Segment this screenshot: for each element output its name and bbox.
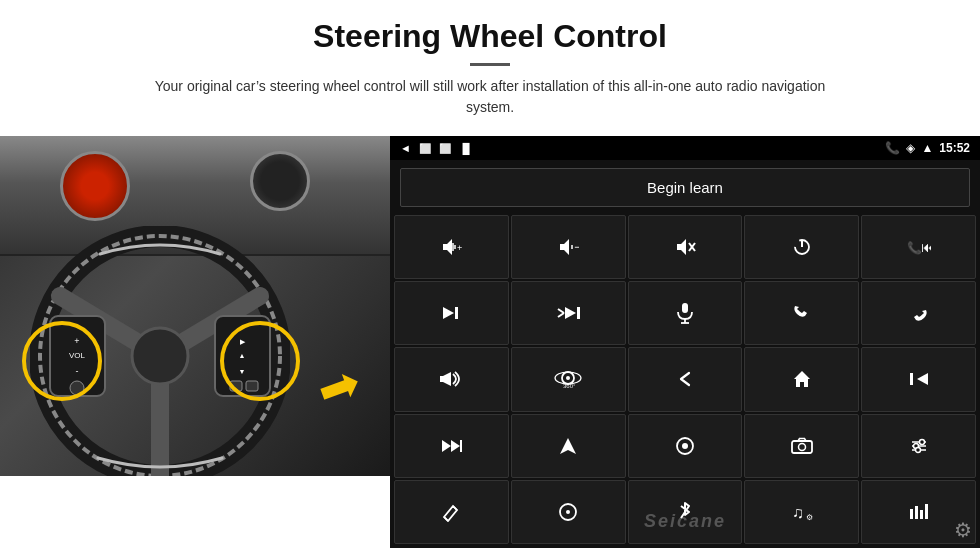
- svg-rect-68: [920, 510, 923, 519]
- clock: 15:52: [939, 141, 970, 155]
- svg-point-51: [682, 443, 688, 449]
- svg-marker-32: [565, 307, 576, 319]
- gauge-left: [60, 151, 130, 221]
- svg-rect-69: [925, 504, 928, 519]
- yellow-circle-left: [22, 321, 102, 401]
- nav-back-icon[interactable]: ◄: [400, 142, 411, 154]
- svg-text:+: +: [457, 243, 462, 253]
- page-container: Steering Wheel Control Your original car…: [0, 0, 980, 548]
- svg-rect-67: [915, 506, 918, 519]
- mic-button[interactable]: [628, 281, 743, 345]
- svg-text:♫: ♫: [792, 504, 804, 521]
- svg-text:⏮: ⏮: [921, 239, 931, 255]
- prev-track-button[interactable]: [861, 347, 976, 411]
- svg-point-53: [798, 443, 805, 450]
- status-bar: ◄ ⬜ ⬜ ▐▌ 📞 ◈ ▲ 15:52: [390, 136, 980, 160]
- svg-text:📞: 📞: [907, 240, 922, 255]
- power-button[interactable]: [744, 215, 859, 279]
- vol-up-button[interactable]: +: [394, 215, 509, 279]
- gauge-right: [250, 151, 310, 211]
- title-divider: [470, 63, 510, 66]
- navigate-button[interactable]: [511, 414, 626, 478]
- header-section: Steering Wheel Control Your original car…: [0, 0, 980, 128]
- controls-grid: + − 📞⏮: [390, 213, 980, 548]
- svg-rect-29: [455, 307, 458, 319]
- subtitle-text: Your original car’s steering wheel contr…: [140, 76, 840, 118]
- svg-point-5: [132, 328, 188, 384]
- svg-point-58: [919, 439, 924, 444]
- svg-text:−: −: [574, 240, 579, 254]
- bluetooth-button[interactable]: [628, 480, 743, 544]
- signal-icon: ▐▌: [459, 143, 473, 154]
- nav-home-icon[interactable]: ⬜: [419, 143, 431, 154]
- yellow-arrow: ➡: [309, 353, 368, 422]
- svg-rect-33: [577, 307, 580, 319]
- svg-text:360°: 360°: [563, 383, 576, 389]
- svg-line-61: [453, 506, 457, 510]
- wifi-icon: ▲: [921, 141, 933, 155]
- svg-marker-47: [451, 440, 460, 452]
- content-area: + VOL - ▶ ▲ ▼: [0, 136, 980, 548]
- yellow-circle-right: [220, 321, 300, 401]
- gear-icon[interactable]: ⚙: [954, 518, 972, 542]
- svg-marker-28: [443, 307, 454, 319]
- svg-marker-37: [443, 372, 451, 386]
- svg-marker-45: [917, 373, 928, 385]
- next-track-button[interactable]: [394, 281, 509, 345]
- svg-text:⚙: ⚙: [806, 513, 813, 522]
- phone-prev-button[interactable]: 📞⏮: [861, 215, 976, 279]
- location-icon: ◈: [906, 141, 915, 155]
- back-button[interactable]: [628, 347, 743, 411]
- camera-button[interactable]: [744, 414, 859, 478]
- svg-line-31: [558, 313, 564, 317]
- begin-learn-row: Begin learn: [390, 160, 980, 213]
- vol-down-button[interactable]: −: [511, 215, 626, 279]
- phone-icon: 📞: [885, 141, 900, 155]
- status-right: 📞 ◈ ▲ 15:52: [885, 141, 970, 155]
- svg-marker-43: [794, 371, 810, 387]
- svg-point-40: [566, 376, 570, 380]
- music-button[interactable]: ♫⚙: [744, 480, 859, 544]
- status-left: ◄ ⬜ ⬜ ▐▌: [400, 142, 473, 154]
- svg-rect-48: [460, 440, 462, 452]
- eq-button[interactable]: [861, 414, 976, 478]
- skip-button[interactable]: [511, 281, 626, 345]
- announce-button[interactable]: [394, 347, 509, 411]
- fast-forward-button[interactable]: [394, 414, 509, 478]
- begin-learn-button[interactable]: Begin learn: [400, 168, 970, 207]
- circle-btn-button[interactable]: [511, 480, 626, 544]
- svg-point-63: [566, 510, 570, 514]
- hang-up-button[interactable]: [861, 281, 976, 345]
- svg-rect-38: [440, 376, 444, 382]
- svg-rect-34: [682, 303, 688, 313]
- svg-marker-49: [560, 438, 576, 454]
- svg-line-60: [444, 517, 448, 521]
- steering-image: + VOL - ▶ ▲ ▼: [0, 136, 390, 476]
- mute-button[interactable]: [628, 215, 743, 279]
- page-title: Steering Wheel Control: [60, 18, 920, 55]
- svg-marker-46: [442, 440, 451, 452]
- 360-button[interactable]: 360°: [511, 347, 626, 411]
- phone-call-button[interactable]: [744, 281, 859, 345]
- home-button[interactable]: [744, 347, 859, 411]
- android-screen: ◄ ⬜ ⬜ ▐▌ 📞 ◈ ▲ 15:52 Begin learn: [390, 136, 980, 548]
- source-button[interactable]: [628, 414, 743, 478]
- svg-point-59: [915, 447, 920, 452]
- nav-recent-icon[interactable]: ⬜: [439, 143, 451, 154]
- pen-button[interactable]: [394, 480, 509, 544]
- svg-rect-44: [910, 373, 913, 385]
- svg-rect-66: [910, 509, 913, 519]
